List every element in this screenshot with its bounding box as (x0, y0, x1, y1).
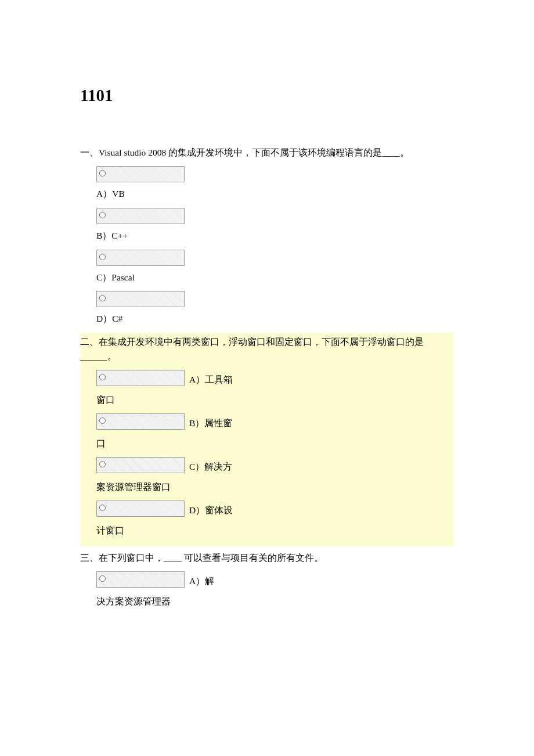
question-2-text: 二、在集成开发环境中有两类窗口，浮动窗口和固定窗口，下面不属于浮动窗口的是___… (80, 335, 454, 364)
radio-2d[interactable] (96, 501, 185, 517)
option-2a: A）工具箱 窗口 (96, 370, 241, 409)
option-1b: B）C++ (96, 208, 454, 244)
option-2b: B）属性窗 口 (96, 413, 241, 452)
radio-3a[interactable] (96, 571, 185, 588)
question-1-text: 一、Visual studio 2008 的集成开发环境中，下面不属于该环境编程… (80, 146, 454, 160)
question-3-options: A）解 决方案资源管理器 (80, 571, 454, 610)
option-3a-prefix: A）解 (189, 576, 214, 586)
option-2d-prefix: D）窗体设 (189, 505, 233, 515)
radio-dot-icon (99, 212, 106, 218)
option-2c-wrap: 案资源管理器窗口 (96, 478, 241, 496)
radio-dot-icon (99, 374, 106, 380)
radio-2b[interactable] (96, 413, 185, 430)
radio-dot-icon (99, 505, 106, 511)
radio-dot-icon (99, 575, 106, 582)
question-3: 三、在下列窗口中，____ 可以查看与项目有关的所有文件。 A）解 决方案资源管… (80, 551, 454, 610)
page-title: 1101 (80, 86, 454, 105)
option-2b-prefix: B）属性窗 (189, 418, 232, 428)
option-1b-label: B）C++ (96, 228, 454, 244)
radio-1d[interactable] (96, 291, 185, 307)
radio-dot-icon (99, 417, 106, 424)
option-2a-wrap: 窗口 (96, 391, 241, 409)
option-2d: D）窗体设 计窗口 (96, 501, 241, 539)
radio-1a[interactable] (96, 166, 185, 182)
page-container: 1101 一、Visual studio 2008 的集成开发环境中，下面不属于… (0, 0, 534, 644)
option-1d: D）C# (96, 291, 454, 327)
option-1d-label: D）C# (96, 311, 454, 327)
radio-dot-icon (99, 461, 106, 467)
radio-2a[interactable] (96, 370, 185, 386)
option-2c-prefix: C）解决方 (189, 462, 232, 471)
radio-dot-icon (99, 295, 106, 301)
option-3a: A）解 决方案资源管理器 (96, 571, 224, 610)
option-2b-wrap: 口 (96, 434, 241, 452)
option-1a-label: A）VB (96, 186, 454, 202)
option-2c: C）解决方 案资源管理器窗口 (96, 457, 241, 496)
question-3-text: 三、在下列窗口中，____ 可以查看与项目有关的所有文件。 (80, 551, 454, 566)
option-1c-label: C）Pascal (96, 269, 454, 286)
question-1-options: A）VB B）C++ C）Pascal D）C# (80, 166, 454, 327)
option-2a-prefix: A）工具箱 (189, 375, 233, 384)
question-2-options: A）工具箱 窗口 B）属性窗 口 C）解决方 案资源管理器窗口 D）窗体设 计窗… (80, 370, 454, 539)
option-1c: C）Pascal (96, 250, 454, 286)
radio-1b[interactable] (96, 208, 185, 224)
radio-1c[interactable] (96, 250, 185, 266)
option-1a: A）VB (96, 166, 454, 202)
question-2: 二、在集成开发环境中有两类窗口，浮动窗口和固定窗口，下面不属于浮动窗口的是___… (80, 333, 454, 546)
option-2d-wrap: 计窗口 (96, 521, 241, 539)
option-3a-wrap: 决方案资源管理器 (96, 592, 224, 610)
radio-dot-icon (99, 254, 106, 260)
radio-dot-icon (99, 170, 106, 177)
radio-2c[interactable] (96, 457, 185, 473)
question-1: 一、Visual studio 2008 的集成开发环境中，下面不属于该环境编程… (80, 146, 454, 327)
